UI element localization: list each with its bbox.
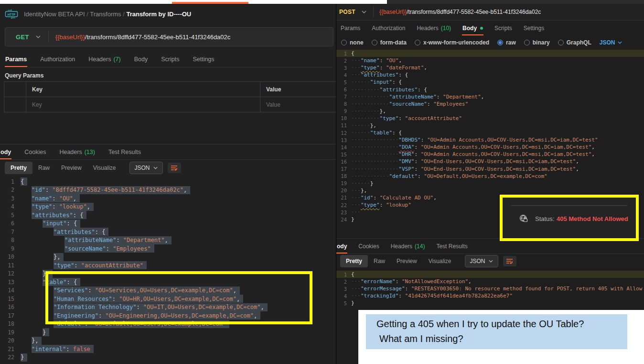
tab-body[interactable]: Body [462, 21, 483, 35]
code-line: 22} [0, 353, 336, 362]
code-text: }, [43, 270, 53, 278]
tab-authorization[interactable]: Authorization [371, 21, 406, 35]
view-button-visualize[interactable]: Visualize [87, 162, 122, 174]
indent-guide: ······ [351, 130, 370, 136]
tab-ody[interactable]: ody [0, 144, 11, 159]
method-selector[interactable]: POST [336, 9, 373, 15]
code-text: "type": "accountAttribute" [54, 261, 147, 269]
code-line: 7"attributes": { [0, 228, 336, 236]
indent-guide: ··············· [351, 137, 398, 143]
tab-ody[interactable]: ody [336, 239, 347, 254]
tab-cookies[interactable]: Cookies [24, 144, 46, 159]
tab-authorization[interactable]: Authorization [40, 52, 75, 67]
tab-headers[interactable]: Headers(14) [390, 239, 426, 254]
body-option-raw[interactable]: raw [497, 39, 516, 46]
indent-guide: ··············· [351, 144, 398, 150]
breadcrumb-folder[interactable]: Transforms [90, 11, 121, 18]
view-button-preview[interactable]: Preview [391, 255, 423, 267]
indent-guide: ············ [351, 173, 389, 179]
url-input[interactable]: {{baseUrl}}/transforms/8dffd477-5582-45e… [374, 9, 541, 15]
tab-body[interactable]: Body [134, 52, 149, 67]
view-button-pretty[interactable]: Pretty [5, 162, 32, 174]
format-dropdown[interactable]: JSON [465, 255, 498, 267]
value-input[interactable]: Value [260, 97, 336, 112]
tab-headers[interactable]: Headers(13) [59, 144, 95, 159]
view-button-visualize[interactable]: Visualize [423, 255, 457, 267]
status-label: Status: [535, 215, 554, 222]
url-bar: GET {{baseUrl}}/transforms/8dffd477-5582… [5, 27, 333, 46]
line-number: 2 [336, 58, 347, 64]
indent-guide: ··· [351, 188, 361, 194]
code-text: "sourceName": "Employees" [64, 244, 154, 253]
body-option-graphql[interactable]: GraphQL [558, 39, 591, 46]
tab-test-results[interactable]: Test Results [436, 239, 468, 254]
line-number: 4 [336, 293, 347, 299]
key-column-header: Key [26, 82, 260, 97]
code-line: 3"name": "OU", [0, 194, 336, 203]
line-number: 11 [336, 122, 347, 128]
body-option-x-www-form-urlencoded[interactable]: x-www-form-urlencoded [415, 39, 489, 46]
tab-label: Test Results [436, 243, 467, 250]
code-line: 14"Services": "OU=Services,OU=Users,DC=e… [0, 287, 336, 295]
tab-settings[interactable]: Settings [523, 21, 545, 35]
response-json-editor[interactable]: 1{2"id": "8dffd477-5582-45ee-b511-41f324… [0, 177, 336, 364]
url-path: /transforms/8dffd477-5582-45ee-b511-41f3… [85, 33, 231, 41]
unsaved-dot-icon [480, 27, 483, 30]
wrap-text-button[interactable] [168, 163, 181, 173]
code-line: 6·········"attributes": { [336, 86, 644, 93]
url-input[interactable]: {{baseUrl}}/transforms/8dffd477-5582-45e… [49, 33, 231, 41]
tab-count-badge: (7) [113, 56, 120, 63]
code-text: "DBHDS": "OU=Admin Accounts,OU=COV-Users… [398, 137, 598, 143]
tab-label: Authorization [40, 56, 75, 63]
code-text: "default": "OU=Default,OU=Users,DC=examp… [389, 173, 547, 179]
line-number: 15 [0, 296, 14, 302]
format-dropdown[interactable]: JSON [129, 162, 163, 174]
code-line: 13"table": { [0, 278, 336, 287]
indent-guide: ··············· [351, 151, 398, 157]
line-number: 1 [336, 272, 347, 277]
tab-headers[interactable]: Headers(10) [416, 21, 451, 35]
method-selector[interactable]: GET [5, 33, 48, 41]
code-text: }, [380, 108, 386, 114]
language-dropdown[interactable]: JSON [600, 39, 623, 46]
tab-headers[interactable]: Headers(7) [88, 52, 121, 67]
line-number: 19 [0, 329, 14, 336]
view-button-raw[interactable]: Raw [32, 162, 55, 174]
code-text: "VSP": "OU=End-Users,OU=COV-Users,DC=msi… [398, 166, 579, 172]
tab-count-badge: (13) [85, 149, 95, 155]
body-option-none[interactable]: none [341, 39, 364, 46]
breadcrumb-collection[interactable]: IdentityNow BETA API [24, 11, 85, 18]
tab-scripts[interactable]: Scripts [161, 52, 180, 67]
view-button-preview[interactable]: Preview [55, 162, 87, 174]
tab-params[interactable]: Params [340, 21, 361, 35]
screenshot-root: HTTP IdentityNow BETA API / Transforms /… [0, 0, 644, 364]
format-label: JSON [470, 258, 485, 265]
tab-scripts[interactable]: Scripts [494, 21, 513, 35]
tab-cookies[interactable]: Cookies [358, 239, 379, 254]
line-number: 21 [0, 346, 14, 353]
response-json-editor[interactable]: 1{2···"errorName": "NotAllowedException"… [336, 271, 644, 309]
view-button-pretty[interactable]: Pretty [340, 255, 368, 267]
tab-params[interactable]: Params [5, 52, 27, 67]
indent-guide: ··············· [351, 158, 398, 165]
body-option-form-data[interactable]: form-data [372, 39, 407, 46]
wrap-text-button[interactable] [503, 256, 516, 266]
code-line: 20···}, [336, 187, 644, 194]
response-tabs: odyCookiesHeaders(13)Test Results [0, 144, 336, 159]
status-row: Status: 405 Method Not Allowed [519, 214, 628, 223]
tab-label: Authorization [372, 25, 405, 32]
code-text: "trackingId": "41d426745df641dea4fb782a8… [361, 293, 513, 299]
row-checkbox-cell[interactable] [4, 97, 26, 112]
key-input[interactable]: Key [26, 97, 260, 112]
language-label: JSON [600, 39, 615, 46]
tab-settings[interactable]: Settings [192, 52, 215, 67]
chevron-down-icon [36, 35, 41, 38]
callout-line-2: What am I missing? [376, 331, 627, 346]
svg-text:HTTP: HTTP [8, 13, 16, 16]
code-line: 2···"name": "OU", [336, 57, 644, 64]
view-button-raw[interactable]: Raw [368, 255, 391, 267]
code-text: } [43, 328, 49, 336]
body-option-binary[interactable]: binary [524, 39, 550, 46]
line-number: 20 [336, 188, 347, 193]
tab-test-results[interactable]: Test Results [108, 144, 141, 159]
